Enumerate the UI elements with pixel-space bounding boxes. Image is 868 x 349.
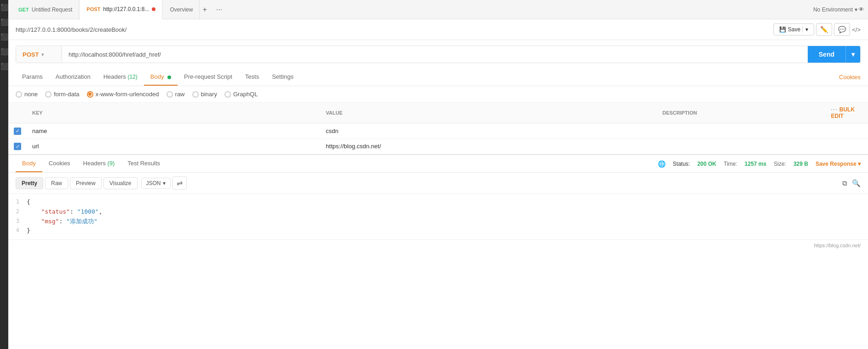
tab-dot-indicator xyxy=(152,7,155,11)
table-more-options[interactable]: ··· xyxy=(831,107,838,112)
line-num-4: 4 xyxy=(8,226,27,236)
format-visualize[interactable]: Visualize xyxy=(103,177,138,189)
send-button[interactable]: Send ▾ xyxy=(808,46,860,63)
new-tab-button[interactable]: + xyxy=(201,4,208,16)
tab-params[interactable]: Params xyxy=(16,69,49,86)
method-arrow-icon: ▾ xyxy=(41,52,44,57)
format-raw[interactable]: Raw xyxy=(45,177,68,189)
tab-headers[interactable]: Headers (12) xyxy=(97,69,144,86)
cookies-link[interactable]: Cookies xyxy=(839,74,861,81)
sidebar-icon-history[interactable]: ⬛ xyxy=(0,48,8,55)
save-button[interactable]: 💾 Save ▾ xyxy=(773,23,814,35)
tab-body[interactable]: Body xyxy=(144,69,178,86)
row1-actions xyxy=(825,123,868,139)
code-line-4: 4 } xyxy=(8,226,861,236)
save-dropdown-arrow[interactable]: ▾ xyxy=(802,26,808,33)
body-type-raw[interactable]: raw xyxy=(167,91,185,98)
radio-none xyxy=(16,91,22,98)
resp-tab-cookies[interactable]: Cookies xyxy=(42,155,77,172)
bottom-status-bar: https://blog.csdn.net/ xyxy=(8,239,868,250)
tab-settings-label: Settings xyxy=(272,73,293,80)
environment-selector[interactable]: No Environment ▾ xyxy=(813,6,857,13)
params-table: KEY VALUE DESCRIPTION ··· Bulk Edit name… xyxy=(8,103,868,154)
comment-button[interactable]: 💬 xyxy=(834,23,850,36)
tab-post-active[interactable]: POST http://127.0.0.1:8... xyxy=(80,0,162,19)
table-row: url https://blog.csdn.net/ xyxy=(8,139,868,154)
tab-label-untitled: Untitled Request xyxy=(32,6,73,13)
sidebar-icon-folder[interactable]: ⬛ xyxy=(0,18,8,26)
env-arrow-icon: ▾ xyxy=(855,6,857,13)
request-url-input[interactable] xyxy=(62,47,808,63)
tab-more-button[interactable]: ··· xyxy=(214,4,224,16)
tab-headers-count: (12) xyxy=(127,74,137,80)
copy-icon[interactable]: ⧉ xyxy=(842,179,847,187)
body-type-none[interactable]: none xyxy=(16,91,38,98)
status-label: Status: xyxy=(673,161,690,167)
request-row: POST ▾ Send ▾ xyxy=(16,46,861,63)
col-actions-header: ··· Bulk Edit xyxy=(825,103,868,123)
row1-checkbox[interactable] xyxy=(14,128,21,135)
status-value: 200 OK xyxy=(697,161,716,167)
json-type-arrow: ▾ xyxy=(163,180,166,186)
body-type-urlencoded[interactable]: x-www-form-urlencoded xyxy=(87,91,159,98)
format-pretty[interactable]: Pretty xyxy=(16,177,43,189)
row1-checkbox-cell xyxy=(8,123,27,139)
format-preview[interactable]: Preview xyxy=(70,177,102,189)
body-type-graphql[interactable]: GraphQL xyxy=(224,91,258,98)
send-arrow-icon[interactable]: ▾ xyxy=(845,46,860,63)
row1-key[interactable]: name xyxy=(27,123,320,139)
main-content: GET Untitled Request POST http://127.0.0… xyxy=(8,0,868,250)
tab-overview[interactable]: Overview xyxy=(163,0,200,19)
code-button[interactable]: </> xyxy=(852,26,861,33)
body-type-selector: none form-data x-www-form-urlencoded raw… xyxy=(8,86,868,103)
eye-icon[interactable]: 👁 xyxy=(858,6,864,13)
row2-value[interactable]: https://blog.csdn.net/ xyxy=(320,139,657,154)
code-content-2: "status": "1000", xyxy=(27,207,861,217)
code-content-4: } xyxy=(27,226,861,236)
tab-pre-request[interactable]: Pre-request Script xyxy=(178,69,239,86)
tab-settings[interactable]: Settings xyxy=(265,69,300,86)
code-area: 1 { 2 "status": "1000", 3 "msg": "添加成功" … xyxy=(8,194,868,239)
row1-value[interactable]: csdn xyxy=(320,123,657,139)
tab-get-untitled[interactable]: GET Untitled Request xyxy=(12,0,79,19)
wrap-button[interactable]: ⇌ xyxy=(172,176,187,190)
sidebar-icon-search[interactable]: ⬛ xyxy=(0,4,8,11)
tab-method-get: GET xyxy=(18,7,29,12)
sidebar-icon-clipboard[interactable]: ⬛ xyxy=(0,33,8,41)
params-table-area: KEY VALUE DESCRIPTION ··· Bulk Edit name… xyxy=(8,103,868,154)
row1-desc[interactable] xyxy=(657,123,826,139)
col-checkbox-header xyxy=(8,103,27,123)
tab-body-label: Body xyxy=(150,73,164,80)
code-line-2: 2 "status": "1000", xyxy=(8,207,861,217)
tab-authorization[interactable]: Authorization xyxy=(49,69,97,86)
globe-icon[interactable]: 🌐 xyxy=(658,160,666,168)
tab-tests[interactable]: Tests xyxy=(239,69,265,86)
method-select[interactable]: POST ▾ xyxy=(16,47,62,63)
row2-desc[interactable] xyxy=(657,139,826,154)
response-format-row: Pretty Raw Preview Visualize JSON ▾ ⇌ ⧉ … xyxy=(8,173,868,194)
body-type-form-data[interactable]: form-data xyxy=(45,91,80,98)
col-key-header: KEY xyxy=(27,103,320,123)
row2-checkbox[interactable] xyxy=(14,143,21,150)
row2-key[interactable]: url xyxy=(27,139,320,154)
response-section: Body Cookies Headers (9) Test Results 🌐 … xyxy=(8,154,868,250)
resp-tab-test-results[interactable]: Test Results xyxy=(121,155,167,172)
resp-tab-headers[interactable]: Headers (9) xyxy=(77,155,121,172)
sidebar-icon-globe[interactable]: ⬛ xyxy=(0,63,8,70)
save-response-button[interactable]: Save Response ▾ xyxy=(816,161,861,167)
response-actions: ⧉ 🔍 xyxy=(842,179,861,187)
body-type-binary[interactable]: binary xyxy=(192,91,217,98)
code-line-1: 1 { xyxy=(8,198,861,207)
tab-body-dot xyxy=(167,76,171,79)
code-content-3: "msg": "添加成功" xyxy=(27,217,861,227)
search-response-icon[interactable]: 🔍 xyxy=(852,179,861,187)
edit-button[interactable]: ✏️ xyxy=(816,23,832,36)
table-row: name csdn xyxy=(8,123,868,139)
row2-actions xyxy=(825,139,868,154)
resp-tab-body[interactable]: Body xyxy=(16,155,42,172)
json-type-selector[interactable]: JSON ▾ xyxy=(141,178,171,189)
save-icon: 💾 xyxy=(779,26,786,33)
code-content-1: { xyxy=(27,198,861,207)
line-num-1: 1 xyxy=(8,198,27,207)
request-nav-tabs: Params Authorization Headers (12) Body P… xyxy=(8,69,868,86)
